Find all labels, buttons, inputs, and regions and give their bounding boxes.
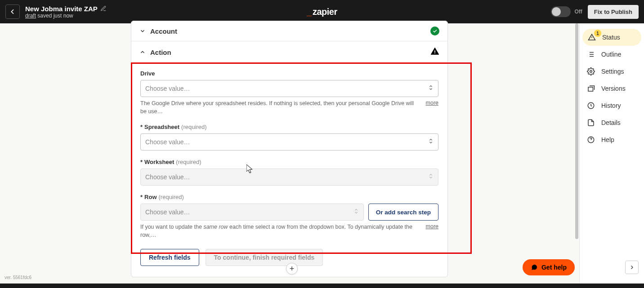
versions-icon xyxy=(587,84,595,93)
list-icon xyxy=(587,50,595,58)
drive-placeholder: Choose value… xyxy=(145,85,428,92)
zapier-logo: _zapier xyxy=(307,7,337,17)
row-select: Choose value… xyxy=(140,204,364,221)
add-step-button[interactable]: + xyxy=(286,263,298,275)
history-label: History xyxy=(601,102,621,109)
back-button[interactable] xyxy=(5,4,20,19)
bottom-strip xyxy=(0,284,644,288)
select-arrows-icon xyxy=(353,208,359,216)
account-section-header[interactable]: Account xyxy=(131,21,447,41)
drive-field: Drive Choose value… The Google Drive whe… xyxy=(140,70,438,115)
status-ok-icon xyxy=(430,27,439,35)
spreadsheet-placeholder: Choose value… xyxy=(145,138,428,146)
spreadsheet-label: *Spreadsheet(required) xyxy=(140,124,438,130)
top-header: New Jobma invite ZAP draft saved just no… xyxy=(0,0,644,23)
worksheet-select: Choose value… xyxy=(140,168,438,186)
chevron-down-icon xyxy=(139,28,146,34)
svg-point-0 xyxy=(590,71,592,73)
sidebar-item-details[interactable]: Details xyxy=(580,114,644,131)
scrollbar-thumb[interactable] xyxy=(575,23,578,239)
get-help-button[interactable]: Get help xyxy=(523,259,575,275)
sidebar-item-history[interactable]: History xyxy=(580,97,644,114)
action-label: Action xyxy=(150,49,430,56)
zap-title: New Jobma invite ZAP xyxy=(25,5,98,13)
account-label: Account xyxy=(150,27,430,35)
refresh-fields-button[interactable]: Refresh fields xyxy=(140,249,199,266)
status-badge: 1 xyxy=(594,30,601,37)
continue-button: To continue, finish required fields xyxy=(206,249,323,266)
drive-help: The Google Drive where your spreadsheet … xyxy=(140,100,420,115)
toggle-label: Off xyxy=(574,9,582,15)
details-label: Details xyxy=(601,119,621,126)
on-off-toggle[interactable] xyxy=(551,6,571,17)
clock-icon xyxy=(587,102,595,110)
title-block: New Jobma invite ZAP draft saved just no… xyxy=(25,5,551,19)
row-label: *Row(required) xyxy=(140,194,438,200)
outline-label: Outline xyxy=(601,51,621,58)
drive-label: Drive xyxy=(140,70,438,77)
save-status: draft saved just now xyxy=(25,13,551,19)
spreadsheet-field: *Spreadsheet(required) Choose value… xyxy=(140,124,438,151)
row-help: If you want to update the same row each … xyxy=(140,223,420,239)
drive-more-link[interactable]: more xyxy=(426,100,438,106)
help-label: Help xyxy=(601,136,614,143)
edit-icon[interactable] xyxy=(100,5,107,12)
row-more-link[interactable]: more xyxy=(426,223,438,230)
chevron-right-icon xyxy=(629,265,635,270)
gear-icon xyxy=(587,67,595,75)
step-card: Account Action Drive Choose value… The G… xyxy=(131,21,448,277)
versions-label: Versions xyxy=(601,85,626,92)
action-body: Drive Choose value… The Google Drive whe… xyxy=(131,63,447,277)
select-arrows-icon xyxy=(428,84,434,93)
get-help-label: Get help xyxy=(541,264,567,271)
chat-icon xyxy=(531,264,538,271)
svg-rect-1 xyxy=(588,87,593,91)
spreadsheet-select[interactable]: Choose value… xyxy=(140,133,438,151)
publish-button[interactable]: Fix to Publish xyxy=(588,5,639,19)
row-placeholder: Choose value… xyxy=(145,208,353,216)
sidebar-item-settings[interactable]: Settings xyxy=(580,63,644,80)
chevron-up-icon xyxy=(139,49,146,55)
worksheet-placeholder: Choose value… xyxy=(145,173,428,181)
status-warning-icon xyxy=(430,47,439,58)
row-field: *Row(required) Choose value… Or add sear… xyxy=(140,194,438,239)
document-icon xyxy=(587,119,595,127)
worksheet-field: *Worksheet(required) Choose value… xyxy=(140,159,438,186)
sidebar-item-outline[interactable]: Outline xyxy=(580,46,644,63)
select-arrows-icon xyxy=(428,173,434,181)
worksheet-label: *Worksheet(required) xyxy=(140,159,438,165)
settings-label: Settings xyxy=(601,68,624,75)
sidebar-item-status[interactable]: Status 1 xyxy=(582,29,641,46)
sidebar-item-versions[interactable]: Versions xyxy=(580,80,644,97)
help-icon xyxy=(587,136,595,144)
sidebar-item-help[interactable]: Help xyxy=(580,131,644,148)
version-text: ver. 5561fdc6 xyxy=(4,275,31,280)
collapse-panel-button[interactable] xyxy=(625,261,639,274)
status-label: Status xyxy=(602,34,620,41)
drive-select[interactable]: Choose value… xyxy=(140,80,438,97)
action-section-header[interactable]: Action xyxy=(131,41,447,63)
select-arrows-icon xyxy=(428,138,434,146)
add-search-step-button[interactable]: Or add search step xyxy=(368,204,438,221)
right-panel: Status 1 Outline Settings Versions Histo… xyxy=(579,23,644,287)
